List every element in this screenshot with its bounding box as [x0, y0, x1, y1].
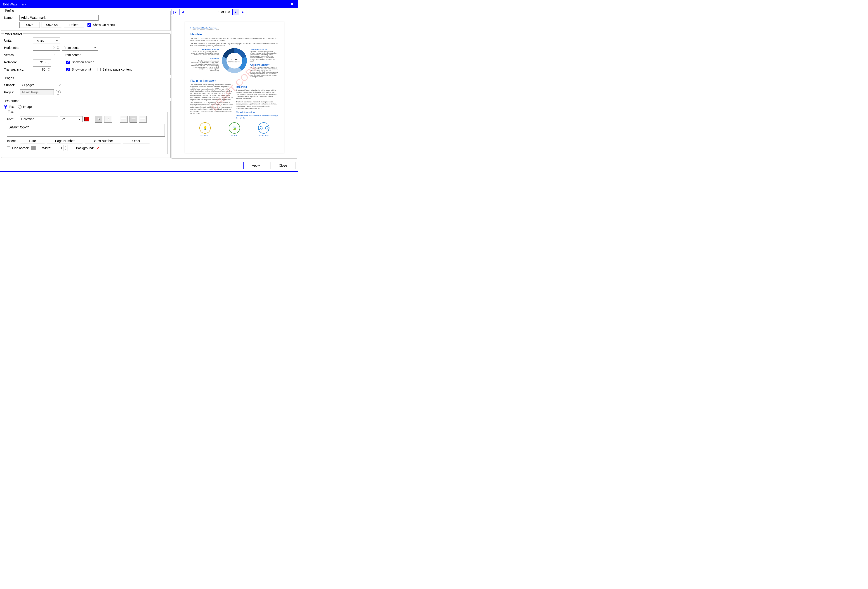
page-info: 9 of 123	[217, 10, 232, 14]
bold-button[interactable]: B	[95, 116, 102, 123]
transparency-label: Transparency:	[4, 68, 31, 71]
chevron-down-icon[interactable]: ▼	[56, 55, 60, 58]
profile-group: Profile Name: Add a Watermark Save Save …	[1, 9, 171, 31]
close-icon[interactable]: ✕	[288, 1, 295, 7]
planning-heading: Planning framework	[190, 79, 279, 82]
transparency-value[interactable]	[33, 67, 47, 72]
renew-icon: 🍃	[229, 123, 240, 134]
vertical-spinner[interactable]: ▲▼	[33, 52, 60, 58]
border-color-swatch[interactable]	[31, 146, 35, 151]
font-select[interactable]: Helvetica	[20, 116, 58, 122]
name-label: Name:	[4, 16, 18, 19]
horizontal-value[interactable]	[33, 45, 56, 50]
transparency-spinner[interactable]: ▲▼	[33, 66, 51, 72]
width-spinner[interactable]: ▲▼	[53, 145, 68, 151]
watermark-legend: Watermark	[4, 99, 21, 103]
next-page-button[interactable]: ►	[232, 9, 239, 15]
core-donut-icon: CORERESPONSIBILITIES	[222, 48, 247, 73]
chevron-down-icon[interactable]: ▼	[56, 48, 60, 50]
insert-page-number-button[interactable]: Page Number	[47, 138, 83, 144]
horizontal-spinner[interactable]: ▲▼	[33, 45, 60, 51]
appearance-legend: Appearance	[4, 32, 23, 35]
background-swatch[interactable]	[96, 146, 100, 151]
subset-select[interactable]: All pages	[20, 82, 63, 88]
color-swatch[interactable]	[84, 117, 89, 121]
show-on-print-checkbox[interactable]	[66, 68, 70, 71]
appearance-group: Appearance Units: Inches Horizontal: ▲▼ …	[1, 32, 171, 75]
show-on-menu-label[interactable]: Show On Menu	[88, 23, 115, 27]
chevron-down-icon[interactable]: ▼	[64, 148, 68, 151]
behind-page-label[interactable]: Behind page content	[97, 68, 131, 71]
pages-label: Pages:	[4, 90, 18, 94]
align-center-button[interactable]	[130, 116, 137, 123]
apply-button[interactable]: Apply	[244, 162, 268, 169]
rotation-value[interactable]	[33, 59, 47, 65]
preview-panel: 7 Mandate and Planning Framework BANK OF…	[171, 16, 297, 159]
pages-group: Pages Subset: All pages Pages: ?	[1, 76, 171, 98]
prev-page-button[interactable]: ◄	[179, 9, 186, 15]
show-on-screen-checkbox[interactable]	[66, 61, 70, 64]
vertical-value[interactable]	[33, 52, 56, 58]
dialog-footer: Apply Close	[0, 159, 298, 171]
chevron-up-icon[interactable]: ▲	[64, 145, 68, 148]
last-page-button[interactable]: ►|	[240, 9, 247, 15]
watermark-text-input[interactable]	[7, 124, 165, 137]
preview-page: 7 Mandate and Planning Framework BANK OF…	[185, 22, 284, 153]
reinforce-icon: ⨀⎯⨀	[258, 123, 269, 134]
insert-date-button[interactable]: Date	[20, 138, 45, 144]
align-right-button[interactable]	[139, 116, 147, 123]
horizontal-anchor-select[interactable]: From center	[62, 45, 98, 51]
width-label: Width:	[42, 146, 51, 150]
font-label: Font:	[7, 117, 18, 121]
titlebar: Edit Watermark ✕	[0, 0, 298, 8]
vertical-anchor-select[interactable]: From center	[62, 52, 98, 58]
chevron-up-icon[interactable]: ▲	[47, 59, 51, 62]
rotation-spinner[interactable]: ▲▼	[33, 59, 51, 65]
align-left-button[interactable]	[120, 116, 128, 123]
rotation-label: Rotation:	[4, 61, 31, 64]
mode-image-label[interactable]: Image	[18, 105, 32, 109]
delete-button[interactable]: Delete	[64, 22, 84, 28]
insert-label: Insert:	[7, 139, 18, 143]
italic-button[interactable]: I	[104, 116, 112, 123]
save-as-button[interactable]: Save As	[41, 22, 62, 28]
window-title: Edit Watermark	[3, 2, 26, 6]
horizontal-label: Horizontal:	[4, 46, 31, 50]
text-legend: Text	[7, 110, 15, 114]
show-on-screen-label[interactable]: Show on screen	[66, 61, 94, 64]
reinvent-icon: 💡	[199, 123, 211, 134]
chevron-down-icon[interactable]: ▼	[47, 62, 51, 65]
help-icon[interactable]: ?	[56, 90, 61, 95]
mandate-heading: Mandate	[190, 32, 279, 36]
vertical-label: Vertical:	[4, 53, 31, 57]
profile-legend: Profile	[4, 9, 15, 12]
close-button[interactable]: Close	[270, 162, 295, 169]
page-number-input[interactable]	[187, 9, 216, 15]
profile-name-select[interactable]: Add a Watermark	[19, 15, 99, 21]
show-on-print-label[interactable]: Show on print	[66, 68, 91, 71]
insert-bates-button[interactable]: Bates Number	[85, 138, 121, 144]
edit-watermark-dialog: Edit Watermark ✕ Profile Name: Add a Wat…	[0, 0, 298, 171]
pages-input	[20, 89, 54, 95]
units-select[interactable]: Inches	[33, 37, 60, 43]
watermark-group: Watermark Text Image Text Font:	[1, 99, 171, 158]
chevron-up-icon[interactable]: ▲	[56, 52, 60, 55]
show-on-menu-checkbox[interactable]	[87, 23, 91, 27]
mode-image-radio[interactable]	[18, 105, 21, 109]
save-button[interactable]: Save	[19, 22, 40, 28]
width-value[interactable]	[53, 145, 63, 151]
text-subgroup: Text Font: Helvetica 72 B I	[4, 110, 168, 154]
insert-other-button[interactable]: Other	[123, 138, 150, 144]
chevron-up-icon[interactable]: ▲	[47, 67, 51, 69]
mode-text-label[interactable]: Text	[4, 105, 15, 109]
behind-page-checkbox[interactable]	[97, 68, 100, 71]
first-page-button[interactable]: |◄	[171, 9, 179, 15]
size-select[interactable]: 72	[60, 116, 83, 122]
chevron-up-icon[interactable]: ▲	[56, 45, 60, 48]
line-border-checkbox[interactable]	[7, 146, 10, 150]
line-border-label[interactable]: Line border:	[7, 146, 29, 150]
background-label: Background:	[76, 146, 94, 150]
preview-pager: |◄ ◄ 9 of 123 ► ►|	[171, 9, 297, 15]
mode-text-radio[interactable]	[4, 105, 7, 109]
chevron-down-icon[interactable]: ▼	[47, 69, 51, 72]
